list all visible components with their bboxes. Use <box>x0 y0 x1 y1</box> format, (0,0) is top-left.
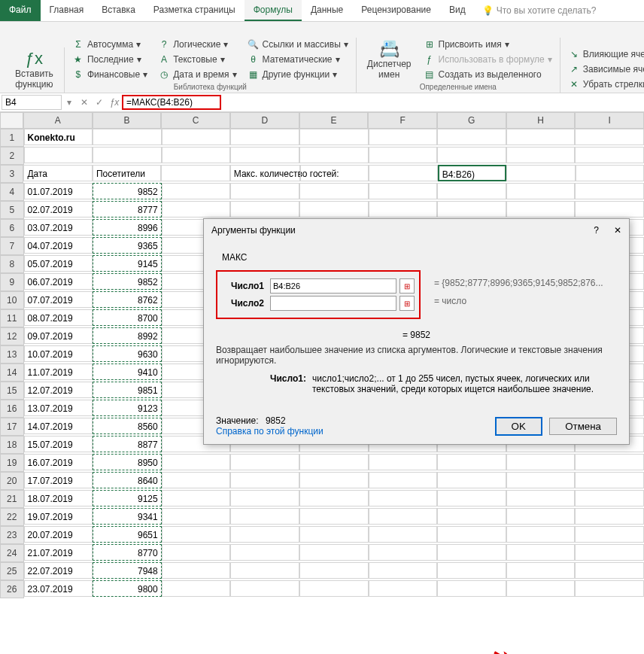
cell[interactable] <box>230 201 299 217</box>
enter-icon[interactable]: ✓ <box>92 97 107 108</box>
cell[interactable]: 23.07.2019 <box>24 580 93 597</box>
cell[interactable] <box>162 201 231 217</box>
row-header[interactable]: 13 <box>0 345 24 364</box>
cell[interactable] <box>161 165 229 181</box>
cell[interactable]: Konekto.ru <box>24 129 93 145</box>
cell[interactable] <box>230 508 299 525</box>
help-button[interactable]: ? <box>594 225 599 236</box>
cell[interactable] <box>575 562 644 579</box>
cell[interactable] <box>575 454 644 470</box>
cell[interactable] <box>369 562 438 579</box>
col-header[interactable]: F <box>368 112 437 129</box>
tab-view[interactable]: Вид <box>440 0 475 21</box>
arg2-collapse-icon[interactable]: ⊞ <box>399 296 415 311</box>
use-formula-button[interactable]: ƒИспользовать в формуле ▾ <box>422 53 554 66</box>
col-header[interactable]: E <box>299 112 369 129</box>
row-header[interactable]: 10 <box>0 291 24 309</box>
cell[interactable]: 22.07.2019 <box>24 562 93 579</box>
cell[interactable]: Дата <box>23 165 92 181</box>
tab-data[interactable]: Данные <box>302 0 352 21</box>
arg1-input[interactable] <box>270 278 396 294</box>
arg2-input[interactable] <box>270 296 396 311</box>
cell[interactable] <box>369 201 438 217</box>
cell[interactable]: 08.07.2019 <box>24 309 93 326</box>
cell[interactable] <box>230 562 299 579</box>
cell[interactable]: 21.07.2019 <box>24 544 93 561</box>
cell[interactable]: 9630 <box>93 345 162 362</box>
row-header[interactable]: 25 <box>0 562 24 580</box>
row-header[interactable]: 4 <box>0 183 24 201</box>
lookup-button[interactable]: 🔍Ссылки и массивы ▾ <box>246 38 350 51</box>
cell[interactable] <box>437 526 506 543</box>
cell[interactable]: 20.07.2019 <box>24 526 93 543</box>
cell[interactable] <box>230 526 299 543</box>
cell[interactable]: 12.07.2019 <box>24 382 93 398</box>
cell[interactable] <box>162 544 231 561</box>
row-header[interactable]: 14 <box>0 364 24 382</box>
cell[interactable] <box>230 129 299 145</box>
cell[interactable] <box>437 183 506 199</box>
tab-layout[interactable]: Разметка страницы <box>144 0 245 21</box>
cell[interactable] <box>162 526 231 543</box>
row-header[interactable]: 9 <box>0 273 24 291</box>
cell[interactable] <box>230 544 299 561</box>
select-all-corner[interactable] <box>0 112 23 129</box>
row-header[interactable]: 23 <box>0 526 24 544</box>
row-header[interactable]: 17 <box>0 418 24 436</box>
financial-button[interactable]: $Финансовые ▾ <box>71 68 149 81</box>
cell[interactable]: 9145 <box>93 255 162 272</box>
cell[interactable] <box>437 147 506 163</box>
cell[interactable] <box>299 562 369 579</box>
tell-me[interactable]: 💡Что вы хотите сделать? <box>475 0 604 21</box>
cell[interactable] <box>162 580 231 597</box>
row-header[interactable]: 26 <box>0 580 24 598</box>
tab-insert[interactable]: Вставка <box>93 0 144 21</box>
row-header[interactable]: 18 <box>0 436 24 454</box>
help-link[interactable]: Справка по этой функции <box>216 426 324 437</box>
recent-button[interactable]: ★Последние ▾ <box>71 53 149 66</box>
row-header[interactable]: 1 <box>0 129 24 147</box>
tab-formulas[interactable]: Формулы <box>245 0 302 21</box>
cell[interactable] <box>506 454 576 470</box>
cell[interactable]: 15.07.2019 <box>24 436 93 452</box>
cell[interactable] <box>93 129 162 145</box>
row-header[interactable]: 19 <box>0 454 24 472</box>
cell[interactable]: 09.07.2019 <box>24 327 93 344</box>
cell[interactable] <box>506 490 576 506</box>
cell[interactable] <box>299 472 369 488</box>
cell[interactable] <box>437 562 506 579</box>
ok-button[interactable]: OK <box>495 417 542 436</box>
insert-function-button[interactable]: ƒxВставить функцию <box>11 47 58 91</box>
cell[interactable] <box>299 508 369 525</box>
close-button[interactable]: ✕ <box>614 225 621 236</box>
cell[interactable] <box>162 508 231 525</box>
cell[interactable] <box>575 580 644 597</box>
cell[interactable] <box>575 508 644 525</box>
row-header[interactable]: 11 <box>0 309 24 327</box>
cell[interactable] <box>299 183 369 199</box>
cell[interactable]: 8950 <box>93 454 162 470</box>
cell[interactable] <box>299 201 369 217</box>
cell[interactable]: 8560 <box>93 418 162 434</box>
cell[interactable]: B4:B26) <box>438 165 506 181</box>
cell[interactable] <box>506 472 576 488</box>
cell[interactable] <box>230 183 299 199</box>
cell[interactable]: 17.07.2019 <box>24 472 93 488</box>
cell[interactable] <box>230 472 299 488</box>
cell[interactable]: 7948 <box>93 562 162 579</box>
cell[interactable]: 9365 <box>93 237 162 254</box>
cell[interactable] <box>506 183 576 199</box>
cell[interactable] <box>506 526 576 543</box>
cell[interactable] <box>299 147 369 163</box>
cell[interactable] <box>162 490 231 506</box>
row-header[interactable]: 5 <box>0 201 24 219</box>
cell[interactable]: 8777 <box>93 201 162 217</box>
cell[interactable]: 8877 <box>93 436 162 452</box>
cell[interactable] <box>575 472 644 488</box>
cell[interactable]: 13.07.2019 <box>24 400 93 416</box>
cell[interactable]: Посетители <box>93 165 161 181</box>
cell[interactable] <box>575 129 644 145</box>
row-header[interactable]: 7 <box>0 237 24 255</box>
autosum-button[interactable]: ΣАвтосумма ▾ <box>71 38 149 51</box>
fx-icon[interactable]: ƒx <box>107 97 122 108</box>
